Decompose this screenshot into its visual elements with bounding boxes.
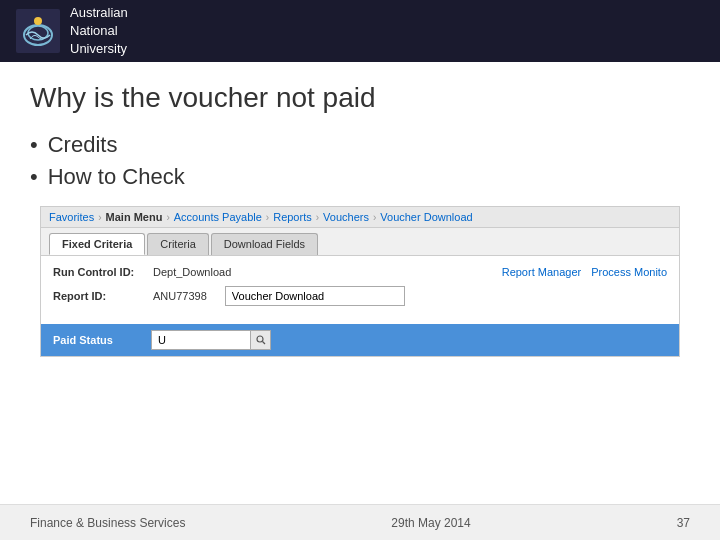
main-content: Why is the voucher not paid Credits How … xyxy=(0,62,720,367)
svg-point-4 xyxy=(257,336,263,342)
page-title: Why is the voucher not paid xyxy=(30,82,690,114)
footer-center: 29th May 2014 xyxy=(391,516,470,530)
nav-sep-5: › xyxy=(373,212,376,223)
report-id-row: Report ID: ANU77398 xyxy=(53,286,667,306)
nav-item-voucherdownload[interactable]: Voucher Download xyxy=(380,211,472,223)
university-name: Australian National University xyxy=(70,4,128,59)
run-control-label: Run Control ID: xyxy=(53,266,143,278)
nav-sep-2: › xyxy=(166,212,169,223)
bullet-text-howtocheck: How to Check xyxy=(48,164,185,190)
run-control-value: Dept_Download xyxy=(153,266,231,278)
report-id-label: Report ID: xyxy=(53,290,143,302)
tab-fixed-criteria[interactable]: Fixed Criteria xyxy=(49,233,145,255)
nav-item-accountspayable[interactable]: Accounts Payable xyxy=(174,211,262,223)
process-monitor-link[interactable]: Process Monito xyxy=(591,266,667,278)
tabs-bar: Fixed Criteria Criteria Download Fields xyxy=(41,228,679,256)
nav-item-vouchers[interactable]: Vouchers xyxy=(323,211,369,223)
report-id-input[interactable] xyxy=(225,286,405,306)
footer-right: 37 xyxy=(677,516,690,530)
bullet-text-credits: Credits xyxy=(48,132,118,158)
bullet-item-howtocheck: How to Check xyxy=(30,164,690,190)
paid-status-input[interactable] xyxy=(151,330,251,350)
nav-sep-1: › xyxy=(98,212,101,223)
paid-status-label: Paid Status xyxy=(53,334,143,346)
tab-download-fields[interactable]: Download Fields xyxy=(211,233,318,255)
bullet-item-credits: Credits xyxy=(30,132,690,158)
search-icon-button[interactable] xyxy=(251,330,271,350)
search-icon xyxy=(256,335,266,345)
report-id-value: ANU77398 xyxy=(153,290,207,302)
nav-item-mainmenu[interactable]: Main Menu xyxy=(106,211,163,223)
paid-status-row: Paid Status xyxy=(41,324,679,356)
nav-sep-3: › xyxy=(266,212,269,223)
logo-area: Australian National University xyxy=(16,4,128,59)
run-control-row: Run Control ID: Dept_Download Report Man… xyxy=(53,266,667,278)
footer: Finance & Business Services 29th May 201… xyxy=(0,504,720,540)
svg-line-5 xyxy=(262,342,265,345)
search-input-wrap xyxy=(151,330,271,350)
nav-sep-4: › xyxy=(316,212,319,223)
nav-bar: Favorites › Main Menu › Accounts Payable… xyxy=(41,207,679,228)
header: Australian National University xyxy=(0,0,720,62)
anu-logo-icon xyxy=(16,9,60,53)
screenshot-panel: Favorites › Main Menu › Accounts Payable… xyxy=(40,206,680,357)
nav-item-favorites[interactable]: Favorites xyxy=(49,211,94,223)
report-manager-link[interactable]: Report Manager xyxy=(502,266,582,278)
footer-left: Finance & Business Services xyxy=(30,516,185,530)
form-area: Run Control ID: Dept_Download Report Man… xyxy=(41,256,679,324)
form-links: Report Manager Process Monito xyxy=(502,266,667,278)
svg-rect-0 xyxy=(16,9,60,53)
tab-criteria[interactable]: Criteria xyxy=(147,233,208,255)
bullet-list: Credits How to Check xyxy=(30,132,690,190)
nav-item-reports[interactable]: Reports xyxy=(273,211,312,223)
